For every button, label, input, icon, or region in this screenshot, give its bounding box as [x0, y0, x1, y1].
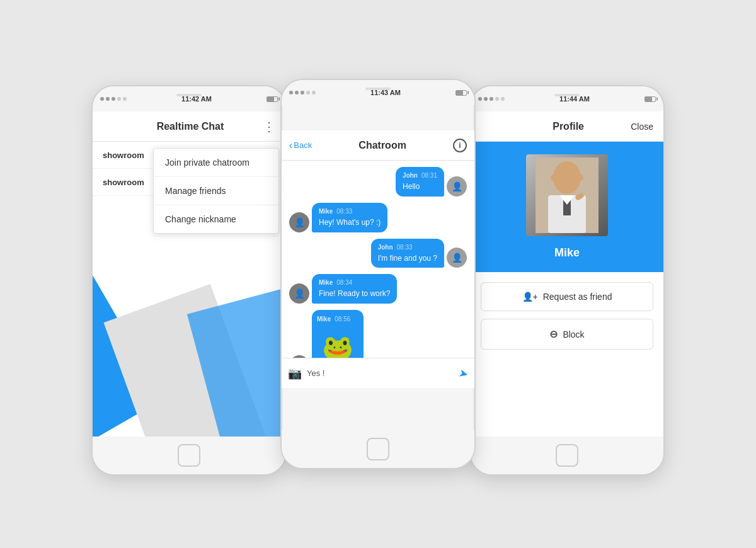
battery-fill	[267, 97, 274, 101]
chat-header: ‹ Back Chatroom i	[282, 130, 474, 161]
john-avatar-2: 👤	[447, 248, 467, 268]
mike-avatar-2: 👤	[289, 283, 309, 304]
msg-time-3: 08:33	[397, 243, 413, 252]
p3-battery-icon	[644, 96, 656, 102]
chat-input-bar: 📷 ➤	[282, 358, 474, 388]
chat-item-name-1: showroom	[103, 151, 144, 160]
mike-face-2: 👤	[289, 283, 309, 304]
dropdown-menu: Join private chatroom Manage friends Cha…	[153, 148, 279, 234]
msg-text-1: Hello	[403, 181, 437, 192]
profile-username: Mike	[554, 246, 580, 260]
message-bubble-4: Mike 08:34 Fine! Ready to work?	[312, 274, 397, 304]
p2-dot-4	[306, 91, 310, 94]
phone-3: 11:44 AM Profile Close	[469, 85, 665, 476]
msg-time-1: 08:31	[421, 171, 437, 180]
p2-dot-2	[295, 91, 299, 94]
dot-4	[117, 97, 121, 101]
chat-input-field[interactable]	[307, 368, 454, 378]
decorative-background	[93, 248, 285, 437]
p3-dot-3	[490, 97, 493, 101]
phone-2-signal-dots	[289, 91, 316, 94]
message-row-4: 👤 Mike 08:34 Fine! Ready to work?	[287, 274, 469, 304]
home-button-2[interactable]	[367, 438, 389, 460]
john-face-2: 👤	[447, 248, 467, 268]
p3-dot-5	[501, 97, 505, 101]
dropdown-join-chatroom[interactable]: Join private chatroom	[154, 149, 278, 177]
svg-point-1	[553, 161, 581, 194]
message-header-2: Mike 08:33	[319, 207, 381, 216]
msg-time-2: 08:33	[336, 207, 352, 216]
mike-face-1: 👤	[289, 212, 309, 232]
phone-2-status-bar: 11:43 AM	[282, 80, 474, 105]
phones-container: 11:42 AM Realtime Chat ⋮ showroom showro…	[79, 47, 677, 501]
back-button[interactable]: ‹ Back	[289, 140, 312, 151]
dot-2	[106, 97, 110, 101]
p2-dot-3	[301, 91, 304, 94]
mike-avatar-1: 👤	[289, 212, 309, 232]
profile-title: Profile	[553, 121, 584, 132]
phone-1: 11:42 AM Realtime Chat ⋮ showroom showro…	[91, 85, 287, 476]
signal-dots	[100, 97, 127, 101]
block-button[interactable]: ⊖ Block	[481, 319, 653, 350]
chatroom-title: Chatroom	[317, 140, 448, 151]
back-label: Back	[294, 140, 312, 150]
phone-2-screen: ‹ Back Chatroom i 👤 John	[282, 130, 474, 388]
request-friend-button[interactable]: 👤+ Request as friend	[481, 282, 653, 311]
p2-battery-fill	[456, 91, 463, 95]
app-header: Realtime Chat ⋮	[93, 111, 285, 142]
dot-3	[112, 97, 115, 101]
phone-1-status-bar: 11:42 AM	[93, 86, 285, 111]
message-bubble-1: John 08:31 Hello	[396, 167, 444, 197]
svg-point-7	[578, 174, 583, 181]
battery-icon	[266, 96, 278, 102]
close-button[interactable]: Close	[631, 122, 653, 132]
request-friend-label: Request as friend	[543, 292, 612, 302]
phone-2: 11:43 AM ‹ Back Chatroom i	[280, 79, 476, 469]
message-bubble-2: Mike 08:33 Hey! What's up? :)	[312, 203, 387, 232]
phone-3-battery	[644, 96, 656, 102]
msg-sender-1: John	[403, 171, 418, 180]
message-row-3: 👤 John 08:33 I'm fine and you ?	[287, 239, 469, 268]
message-header-1: John 08:31	[403, 171, 437, 180]
camera-button[interactable]: 📷	[288, 367, 302, 380]
john-avatar-1: 👤	[447, 176, 467, 197]
profile-header: Profile Close	[471, 111, 663, 142]
add-friend-icon: 👤+	[522, 292, 538, 302]
p2-dot-5	[312, 91, 316, 94]
profile-photo	[526, 154, 608, 236]
send-button[interactable]: ➤	[457, 365, 469, 381]
message-row-1: 👤 John 08:31 Hello	[287, 167, 469, 197]
info-icon: i	[459, 141, 461, 150]
p3-dot-2	[484, 97, 488, 101]
dot-1	[100, 97, 104, 101]
phone-3-status-bar: 11:44 AM	[471, 86, 663, 111]
app-title: Realtime Chat	[157, 121, 224, 132]
msg-time-4: 08:34	[336, 278, 352, 287]
dropdown-manage-friends[interactable]: Manage friends	[154, 177, 278, 205]
message-bubble-3: John 08:33 I'm fine and you ?	[371, 239, 444, 268]
phone-3-screen: Profile Close	[471, 111, 663, 437]
p2-dot-1	[289, 91, 293, 94]
battery-area	[266, 96, 278, 102]
phone-3-bottom	[471, 437, 663, 474]
msg-text-4: Fine! Ready to work?	[319, 288, 390, 299]
home-button-1[interactable]	[178, 444, 200, 467]
msg-text-3: I'm fine and you ?	[378, 253, 437, 264]
block-icon: ⊖	[549, 328, 558, 340]
p3-dot-4	[495, 97, 499, 101]
block-label: Block	[563, 329, 584, 340]
profile-blue-section: Mike	[471, 142, 663, 272]
msg-time-5: 08:56	[335, 315, 350, 324]
home-button-3[interactable]	[556, 444, 578, 467]
phone-2-battery	[455, 90, 467, 96]
phone-1-bottom	[93, 437, 285, 474]
menu-dots-button[interactable]: ⋮	[263, 119, 275, 134]
message-header-3: John 08:33	[378, 243, 437, 252]
dropdown-change-nickname[interactable]: Change nickname	[154, 205, 278, 233]
msg-sender-3: John	[378, 243, 393, 252]
msg-sender-5: Mike	[317, 315, 331, 324]
phone-3-speaker	[554, 94, 580, 96]
svg-point-6	[551, 174, 556, 181]
phone-2-speaker	[365, 88, 391, 90]
info-button[interactable]: i	[453, 139, 467, 152]
